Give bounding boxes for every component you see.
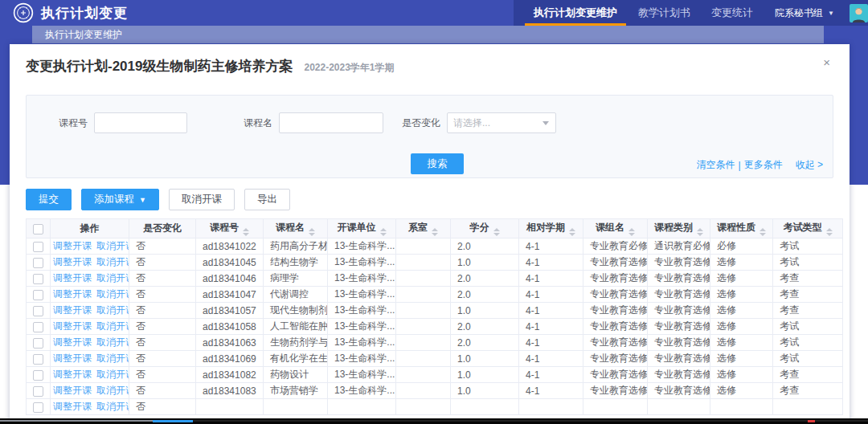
row-checkbox[interactable] [33,370,43,381]
cell-credit: 1.0 [451,367,519,383]
column-label: 课组名 [596,222,624,233]
cell-changed: 否 [129,383,196,399]
adjust-course-link[interactable]: 调整开课 [53,272,92,283]
select-all-checkbox[interactable] [33,224,43,234]
progress-played [153,420,193,422]
column-header-rel_term[interactable]: 相对学期 [519,219,583,238]
cell-dept [396,319,451,335]
sort-icon[interactable] [628,228,635,236]
video-progress-bar[interactable] [0,418,868,424]
changed-select[interactable]: 请选择... [447,112,556,133]
cell-unit [328,399,396,415]
cell-group: 专业教育选修... [583,287,648,303]
cancel-course-link[interactable]: 取消开课 [96,401,129,412]
cancel-course-link[interactable]: 取消开课 [96,240,129,251]
cell-course_no [196,399,264,415]
adjust-course-link[interactable]: 调整开课 [53,385,92,396]
sort-icon[interactable] [243,228,249,236]
column-header-category[interactable]: 课程类别 [648,219,710,238]
cancel-course-link[interactable]: 取消开课 [96,385,129,396]
table-row: 调整开课取消开课否ad18341022药用高分子材...13-生命科学...2.… [27,238,843,255]
user-role-menu[interactable]: 院系秘书组 ▼ [775,6,834,20]
column-header-dept[interactable]: 系室 [396,219,451,238]
submit-button[interactable]: 提交 [26,189,72,210]
adjust-course-link[interactable]: 调整开课 [53,304,92,316]
column-header-credit[interactable]: 学分 [451,219,519,238]
column-header-unit[interactable]: 开课单位 [328,219,396,238]
changed-select-value: 请选择... [448,113,555,132]
cell-rel_term [519,399,583,415]
cell-course_no: ad18341063 [196,335,264,351]
course-no-input[interactable] [94,112,187,133]
cancel-course-link[interactable]: 取消开课 [96,256,129,267]
row-checkbox[interactable] [33,306,43,316]
cell-course_no: ad18341057 [196,303,264,319]
more-conditions-link[interactable]: 更多条件 [744,158,783,172]
cell-group: 专业教育选修... [583,319,648,335]
cell-exam: 考试 [773,319,843,335]
cancel-course-button[interactable]: 取消开课 [169,189,235,210]
cell-course_name: 人工智能在肿... [264,319,328,335]
cell-unit: 13-生命科学... [328,351,396,367]
sort-icon[interactable] [309,228,315,236]
cancel-course-link[interactable]: 取消开课 [96,272,129,283]
sort-icon[interactable] [493,228,500,236]
row-checkbox[interactable] [33,386,43,397]
sort-icon[interactable] [569,228,575,236]
cancel-course-link[interactable]: 取消开课 [96,353,129,364]
close-icon[interactable]: × [823,56,830,68]
nav-tab[interactable]: 执行计划变更维护 [523,0,628,26]
row-checkbox[interactable] [33,338,43,349]
nav-tabs: 执行计划变更维护教学计划书变更统计 [523,0,764,26]
adjust-course-link[interactable]: 调整开课 [53,240,92,251]
row-checkbox[interactable] [33,402,43,413]
clear-conditions-link[interactable]: 清空条件 [697,158,735,172]
column-header-course_name[interactable]: 课程名 [264,219,328,238]
avatar[interactable] [850,4,868,22]
cell-category: 专业教育选修... [648,351,710,367]
column-header-exam[interactable]: 考试类型 [773,219,843,238]
column-header-course_no[interactable]: 课程号 [196,219,264,238]
sort-icon[interactable] [380,228,387,236]
column-header-group[interactable]: 课组名 [583,219,648,238]
row-checkbox[interactable] [33,322,43,332]
cell-course_name: 药用高分子材... [264,238,328,255]
adjust-course-link[interactable]: 调整开课 [53,369,92,380]
sort-icon[interactable] [760,228,766,236]
search-button[interactable]: 搜索 [411,153,464,174]
adjust-course-link[interactable]: 调整开课 [53,336,92,348]
table-row: 调整开课取消开课否ad18341069有机化学在生...13-生命科学...1.… [27,351,843,367]
cell-nature: 选修 [710,255,773,271]
nav-tab[interactable]: 变更统计 [701,0,764,26]
course-table-wrap: 操作是否变化课程号课程名开课单位系室学分相对学期课组名课程类别课程性质考试类型 … [26,218,842,415]
adjust-course-link[interactable]: 调整开课 [53,256,92,267]
cancel-course-link[interactable]: 取消开课 [96,288,129,300]
row-checkbox[interactable] [33,354,43,365]
cell-course_name: 药物设计 [264,367,328,383]
cancel-course-link[interactable]: 取消开课 [96,336,129,348]
row-checkbox[interactable] [33,242,43,252]
export-button[interactable]: 导出 [244,189,290,210]
adjust-course-link[interactable]: 调整开课 [53,401,92,412]
cell-course_name: 代谢调控 [264,287,328,303]
row-checkbox[interactable] [33,290,43,300]
table-header-row: 操作是否变化课程号课程名开课单位系室学分相对学期课组名课程类别课程性质考试类型 [27,219,843,238]
adjust-course-link[interactable]: 调整开课 [53,288,92,300]
row-checkbox[interactable] [33,274,43,284]
collapse-link[interactable]: 收起 > [796,158,823,172]
course-name-input[interactable] [279,112,383,133]
sort-icon[interactable] [432,228,438,236]
nav-tab[interactable]: 教学计划书 [628,0,701,26]
cancel-course-link[interactable]: 取消开课 [96,369,129,380]
cancel-course-link[interactable]: 取消开课 [96,320,129,332]
action-toolbar: 提交 添加课程▼ 取消开课 导出 [26,189,290,210]
cell-nature: 选修 [710,271,773,287]
sort-icon[interactable] [697,228,703,236]
column-header-nature[interactable]: 课程性质 [710,219,773,238]
adjust-course-link[interactable]: 调整开课 [53,320,92,332]
row-checkbox[interactable] [33,258,43,268]
sort-icon[interactable] [826,228,833,236]
cancel-course-link[interactable]: 取消开课 [96,304,129,316]
adjust-course-link[interactable]: 调整开课 [53,353,92,364]
add-course-button[interactable]: 添加课程▼ [81,189,159,210]
